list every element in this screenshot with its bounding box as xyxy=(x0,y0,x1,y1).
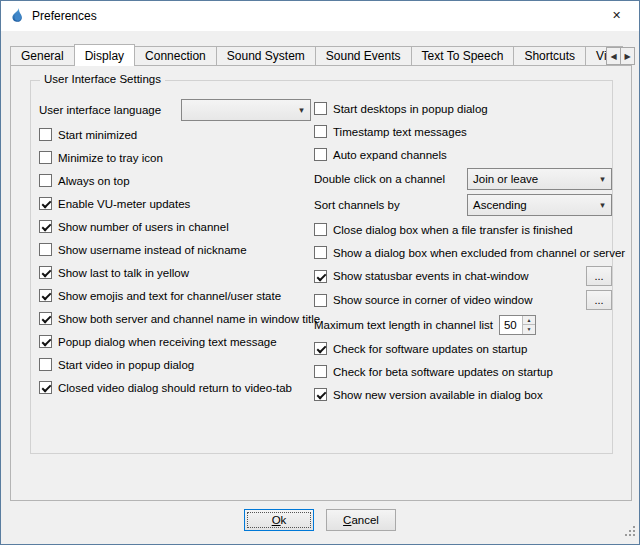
sort-channels-select[interactable]: Ascending ▾ xyxy=(467,194,612,216)
checkbox-icon xyxy=(314,342,327,355)
language-select[interactable]: ▾ xyxy=(181,99,311,121)
sort-channels-row: Sort channels by Ascending ▾ xyxy=(314,192,612,218)
checkbox-label: Check for beta software updates on start… xyxy=(333,366,553,378)
checkbox-show-number-of-users[interactable]: Show number of users in channel xyxy=(39,215,311,238)
checkbox-show-last-to-talk[interactable]: Show last to talk in yellow xyxy=(39,261,311,284)
tab-general[interactable]: General xyxy=(10,46,75,65)
ok-button[interactable]: Ok xyxy=(244,509,314,531)
checkbox-start-minimized[interactable]: Start minimized xyxy=(39,123,311,146)
cancel-button[interactable]: Cancel xyxy=(326,509,396,531)
checkbox-icon xyxy=(314,294,327,307)
statusbar-events-row: Show statusbar events in chat-window ... xyxy=(314,264,612,288)
statusbar-events-config-button[interactable]: ... xyxy=(586,266,612,286)
preferences-dialog: Preferences ✕ General Display Connection… xyxy=(0,0,640,545)
video-source-row: Show source in corner of video window ..… xyxy=(314,288,612,312)
checkbox-label: Enable VU-meter updates xyxy=(58,198,190,210)
ok-button-label: Ok xyxy=(272,514,287,526)
cancel-button-label: Cancel xyxy=(343,514,379,526)
tab-label: Sound Events xyxy=(326,49,401,63)
checkbox-label: Show emojis and text for channel/user st… xyxy=(58,290,281,302)
spinner-buttons: ▲ ▼ xyxy=(522,316,535,334)
checkbox-icon xyxy=(39,358,52,371)
checkbox-icon xyxy=(314,270,327,283)
checkbox-label: Show last to talk in yellow xyxy=(58,267,189,279)
checkbox-show-username-instead-nickname[interactable]: Show username instead of nickname xyxy=(39,238,311,261)
checkbox-icon xyxy=(39,335,52,348)
checkbox-closed-video-return-tab[interactable]: Closed video dialog should return to vid… xyxy=(39,376,311,399)
group-title: User Interface Settings xyxy=(40,73,165,85)
checkbox-label: Show both server and channel name in win… xyxy=(58,313,320,325)
close-icon[interactable]: ✕ xyxy=(594,1,639,30)
checkbox-show-new-version[interactable]: Show new version available in dialog box xyxy=(314,383,612,406)
spinner-value: 50 xyxy=(500,316,522,334)
checkbox-dialog-when-excluded[interactable]: Show a dialog box when excluded from cha… xyxy=(314,241,612,264)
checkbox-label: Start minimized xyxy=(58,129,137,141)
user-interface-settings-group: User Interface Settings User interface l… xyxy=(30,80,613,454)
dialog-button-row: Ok Cancel xyxy=(1,509,639,531)
checkbox-label: Check for software updates on startup xyxy=(333,343,527,355)
chevron-down-icon: ▾ xyxy=(594,200,611,210)
checkbox-label: Show number of users in channel xyxy=(58,221,229,233)
checkbox-label: Auto expand channels xyxy=(333,149,447,161)
max-text-length-spinner[interactable]: 50 ▲ ▼ xyxy=(499,315,536,335)
checkbox-icon xyxy=(314,246,327,259)
checkbox-check-updates[interactable]: Check for software updates on startup xyxy=(314,337,612,360)
language-label: User interface language xyxy=(39,104,161,116)
title-bar[interactable]: Preferences ✕ xyxy=(1,1,639,31)
double-click-label: Double click on a channel xyxy=(314,173,445,185)
checkbox-label: Closed video dialog should return to vid… xyxy=(58,382,292,394)
checkbox-icon xyxy=(314,223,327,236)
combo-value: Join or leave xyxy=(468,173,594,185)
tab-label: Display xyxy=(85,49,124,63)
tab-label: Text To Speech xyxy=(422,49,504,63)
tab-strip: General Display Connection Sound System … xyxy=(10,44,623,66)
checkbox-icon xyxy=(39,289,52,302)
video-source-config-button[interactable]: ... xyxy=(586,290,612,310)
right-column: Start desktops in popup dialog Timestamp… xyxy=(314,97,612,406)
checkbox-auto-expand-channels[interactable]: Auto expand channels xyxy=(314,143,612,166)
checkbox-statusbar-events[interactable]: Show statusbar events in chat-window xyxy=(314,270,529,283)
tab-sound-events[interactable]: Sound Events xyxy=(315,46,412,65)
checkbox-icon xyxy=(39,174,52,187)
tab-display[interactable]: Display xyxy=(74,44,135,66)
checkbox-close-dialog-file-transfer[interactable]: Close dialog box when a file transfer is… xyxy=(314,218,612,241)
checkbox-icon xyxy=(314,102,327,115)
checkbox-popup-on-text-message[interactable]: Popup dialog when receiving text message xyxy=(39,330,311,353)
spin-down-icon[interactable]: ▼ xyxy=(523,325,535,334)
checkbox-start-video-popup[interactable]: Start video in popup dialog xyxy=(39,353,311,376)
checkbox-label: Start desktops in popup dialog xyxy=(333,103,488,115)
tab-text-to-speech[interactable]: Text To Speech xyxy=(411,46,515,65)
double-click-select[interactable]: Join or leave ▾ xyxy=(467,168,612,190)
tab-label: General xyxy=(21,49,64,63)
chevron-down-icon: ▾ xyxy=(594,174,611,184)
checkbox-icon xyxy=(39,220,52,233)
checkbox-icon xyxy=(314,365,327,378)
tab-scroll-right-icon[interactable]: ▶ xyxy=(620,47,635,65)
checkbox-always-on-top[interactable]: Always on top xyxy=(39,169,311,192)
checkbox-server-channel-in-title[interactable]: Show both server and channel name in win… xyxy=(39,307,311,330)
resize-grip-icon[interactable] xyxy=(624,523,636,541)
checkbox-check-beta-updates[interactable]: Check for beta software updates on start… xyxy=(314,360,612,383)
checkbox-label: Close dialog box when a file transfer is… xyxy=(333,224,573,236)
max-text-length-label: Maximum text length in channel list xyxy=(314,319,493,331)
checkbox-minimize-to-tray[interactable]: Minimize to tray icon xyxy=(39,146,311,169)
checkbox-start-desktops-popup[interactable]: Start desktops in popup dialog xyxy=(314,97,612,120)
double-click-row: Double click on a channel Join or leave … xyxy=(314,166,612,192)
checkbox-icon xyxy=(314,125,327,138)
tab-connection[interactable]: Connection xyxy=(134,46,217,65)
language-row: User interface language ▾ xyxy=(39,97,311,123)
checkbox-show-emojis-state[interactable]: Show emojis and text for channel/user st… xyxy=(39,284,311,307)
checkbox-timestamp-messages[interactable]: Timestamp text messages xyxy=(314,120,612,143)
checkbox-enable-vu-meter[interactable]: Enable VU-meter updates xyxy=(39,192,311,215)
window-title: Preferences xyxy=(32,9,97,23)
spin-up-icon[interactable]: ▲ xyxy=(523,316,535,326)
tab-shortcuts[interactable]: Shortcuts xyxy=(513,46,586,65)
checkbox-label: Timestamp text messages xyxy=(333,126,467,138)
checkbox-show-video-source[interactable]: Show source in corner of video window xyxy=(314,294,532,307)
tab-scroll-left-icon[interactable]: ◀ xyxy=(606,47,621,65)
checkbox-label: Show source in corner of video window xyxy=(333,294,532,306)
checkbox-label: Show a dialog box when excluded from cha… xyxy=(333,247,625,259)
checkbox-icon xyxy=(39,381,52,394)
tab-sound-system[interactable]: Sound System xyxy=(216,46,316,65)
chevron-down-icon: ▾ xyxy=(293,105,310,115)
